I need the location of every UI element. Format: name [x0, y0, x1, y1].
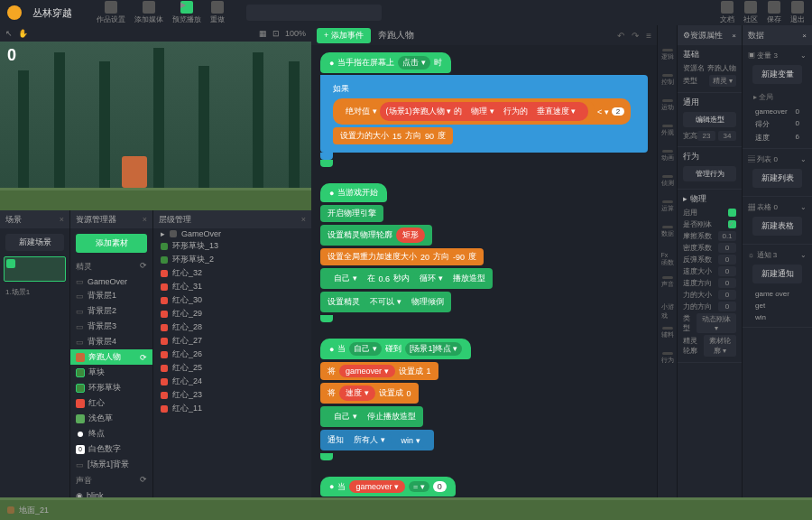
list-item[interactable]: 浅色草 — [70, 411, 152, 426]
speed-dir-input[interactable]: 0 — [718, 278, 736, 288]
tree-item[interactable]: 环形草块_2 — [153, 253, 311, 266]
category-控制[interactable]: 控制 — [661, 74, 674, 87]
list-item[interactable]: ▭背景层3 — [70, 319, 152, 334]
category-数据[interactable]: 数据 — [661, 226, 674, 238]
tree-item[interactable]: 红心_28 — [153, 320, 311, 334]
docs-button[interactable]: 文档 — [720, 1, 734, 24]
chevron-down-icon[interactable]: ⌄ — [800, 51, 807, 60]
event-hat-block[interactable]: ● 当自己 ▾碰到[场景1]终点 ▾ — [320, 339, 471, 359]
add-event-button[interactable]: + 添加事件 — [317, 28, 371, 43]
event-hat-block[interactable]: ● 当游戏开始 — [320, 183, 387, 202]
manage-behavior-button[interactable]: 管理行为 — [683, 166, 736, 181]
statement-block[interactable]: 通知所有人 ▾win ▾ — [320, 430, 434, 450]
category-动画[interactable]: 动画 — [661, 150, 674, 162]
statement-block[interactable]: 设置全局重力加速度大小20方向-90度 — [320, 248, 484, 265]
list-item[interactable]: 终点 — [70, 426, 152, 441]
zoom-fit-icon[interactable]: ⊡ — [272, 29, 280, 38]
close-icon[interactable]: × — [802, 32, 807, 40]
force-dir-input[interactable]: 0 — [718, 302, 736, 311]
preview-play-button[interactable]: ▶预览播放 — [172, 1, 201, 24]
list-item[interactable]: ▭背景层1 — [70, 288, 152, 303]
category-侦测[interactable]: 侦测 — [661, 175, 674, 188]
list-item[interactable]: 红心 — [70, 395, 152, 411]
edit-model-button[interactable]: 编辑造型 — [683, 112, 736, 127]
save-button[interactable]: 保存 — [767, 1, 781, 24]
chevron-down-icon[interactable]: ⌄ — [800, 155, 807, 163]
tree-item[interactable]: 红心_11 — [153, 402, 311, 415]
category-辅料[interactable]: 辅料 — [661, 327, 674, 339]
search-input[interactable] — [246, 5, 382, 21]
category-外观[interactable]: 外观 — [661, 125, 674, 137]
statement-block[interactable]: 自己 ▾停止播放造型 — [320, 406, 423, 427]
height-input[interactable]: 34 — [718, 131, 736, 141]
tree-item[interactable]: 红心_27 — [153, 334, 311, 348]
statement-block[interactable]: 将 速度 ▾设置成0 — [320, 383, 419, 404]
category-逻辑[interactable]: 逻辑 — [661, 49, 674, 61]
refresh-icon[interactable]: ⟳ — [140, 353, 147, 362]
add-media-button[interactable]: 添加媒体 — [134, 1, 163, 24]
list-item[interactable]: 环形草块 — [70, 380, 152, 395]
new-table-button[interactable]: 新建表格 — [752, 217, 802, 236]
tree-item[interactable]: 红心_23 — [153, 388, 311, 402]
list-item[interactable]: 草块 — [70, 365, 152, 380]
force-input[interactable]: 0 — [718, 290, 736, 300]
close-icon[interactable]: × — [732, 32, 736, 40]
redo-button[interactable]: 重做 — [210, 1, 225, 24]
settings-button[interactable]: 作品设置 — [97, 1, 125, 24]
sprites-group[interactable]: 精灵 — [76, 261, 92, 273]
category-Fx函数[interactable]: Fx函数 — [661, 251, 674, 264]
tree-item[interactable]: 红心_24 — [153, 375, 311, 388]
tree-item[interactable]: ▸GameOver — [153, 228, 311, 239]
new-list-button[interactable]: 新建列表 — [752, 169, 802, 188]
new-scene-button[interactable]: 新建场景 — [5, 234, 64, 251]
notification-item[interactable]: win — [748, 311, 807, 323]
outline-dropdown[interactable]: 素材轮廓 ▾ — [704, 335, 736, 357]
type-dropdown[interactable]: 精灵 ▾ — [709, 75, 736, 87]
close-icon[interactable]: × — [301, 215, 306, 224]
hero-sprite[interactable] — [122, 156, 147, 188]
statement-block[interactable]: 自己 ▾在0.6秒内循环 ▾播放造型 — [320, 268, 493, 289]
new-variable-button[interactable]: 新建变量 — [752, 65, 802, 84]
tree-item[interactable]: 红心_25 — [153, 361, 311, 375]
friction-input[interactable]: 0.1 — [718, 231, 736, 241]
density-input[interactable]: 0 — [718, 243, 736, 253]
statement-block[interactable]: 设置精灵不可以 ▾物理倾倒 — [320, 292, 451, 312]
cursor-tool-icon[interactable]: ↖ — [5, 29, 13, 38]
list-item[interactable]: ▭GameOver — [70, 275, 152, 288]
list-item[interactable]: 0白色数字 — [70, 441, 152, 457]
chevron-down-icon[interactable]: ⌄ — [800, 203, 807, 211]
tree-item[interactable]: 红心_29 — [153, 307, 311, 320]
new-notification-button[interactable]: 新建通知 — [752, 265, 802, 283]
tree-item[interactable]: 红心_31 — [153, 280, 311, 293]
variable-item[interactable]: 得分0 — [748, 117, 807, 131]
statement-block[interactable]: 开启物理引擎 — [320, 205, 383, 222]
current-sprite-tab[interactable]: 奔跑人物 — [378, 29, 414, 42]
chevron-down-icon[interactable]: ⌄ — [800, 251, 807, 259]
category-声音[interactable]: 声音 — [661, 276, 674, 289]
hand-tool-icon[interactable]: ✋ — [18, 29, 28, 38]
list-item[interactable]: ▭背景层2 — [70, 303, 152, 319]
event-hat-block[interactable]: ● 当gameover ▾= ▾0 — [320, 477, 456, 497]
body-type-dropdown[interactable]: 动态刚体 ▾ — [697, 313, 736, 333]
close-icon[interactable]: × — [143, 215, 147, 224]
add-resource-button[interactable]: 添加素材 — [76, 234, 147, 253]
redo-icon[interactable]: ↷ — [632, 31, 639, 41]
statement-block[interactable]: 设置力的大小15方向90度 — [333, 127, 453, 144]
variable-item[interactable]: 速度6 — [748, 131, 807, 144]
event-hat-block[interactable]: ● 当手指在屏幕上点击 ▾时 — [320, 52, 451, 73]
list-item[interactable]: ▭[场景1]背景 — [70, 457, 152, 472]
refresh-icon[interactable]: ⟳ — [140, 475, 147, 487]
list-item[interactable]: ▭背景层4 — [70, 334, 152, 349]
rigid-checkbox[interactable]: ✓ — [728, 220, 736, 228]
statement-block[interactable]: 设置精灵物理轮廓矩形 — [320, 225, 432, 246]
statement-block[interactable]: 将 gameover ▾设置成1 — [320, 362, 438, 380]
tree-item[interactable]: 环形草块_13 — [153, 239, 311, 253]
category-运动[interactable]: 运动 — [661, 99, 674, 112]
speed-input[interactable]: 0 — [718, 266, 736, 276]
operator-block[interactable]: 绝对值 ▾ (场景1)奔跑人物 ▾的物理 ▾行为的垂直速度 ▾ < ▾2 — [333, 98, 631, 125]
zoom-level[interactable]: 100% — [285, 29, 306, 38]
menu-icon[interactable]: ≡ — [646, 31, 651, 41]
notification-item[interactable]: game over — [748, 288, 807, 300]
category-运算[interactable]: 运算 — [661, 200, 674, 213]
bounce-input[interactable]: 0 — [718, 255, 736, 265]
